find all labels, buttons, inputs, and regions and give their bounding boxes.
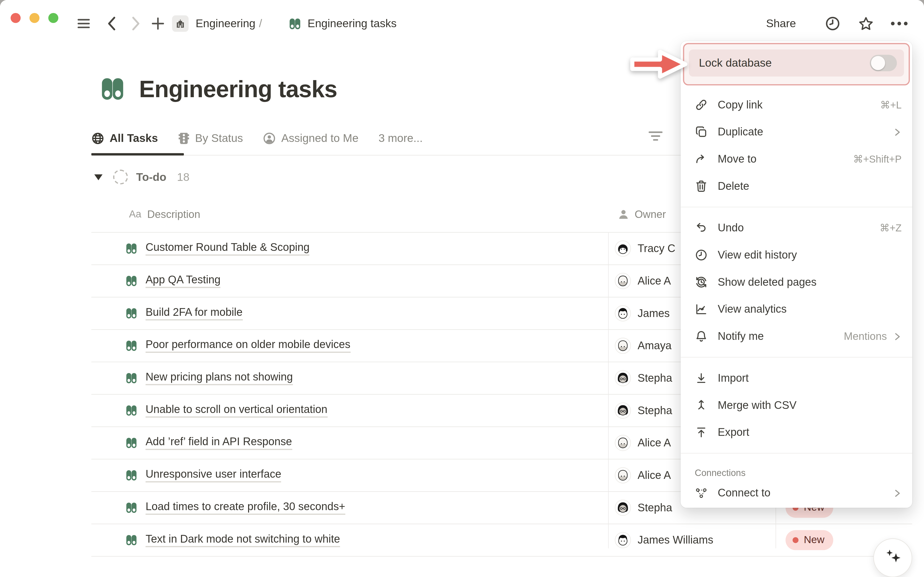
binoculars-icon — [125, 242, 138, 255]
menu-item-move-to[interactable]: Move to⌘+Shift+P — [681, 145, 912, 173]
avatar — [614, 337, 631, 354]
binoculars-icon — [125, 371, 138, 384]
owner-cell[interactable]: Alice A — [614, 459, 671, 491]
menu-item-label: View edit history — [718, 248, 901, 261]
page-title: Engineering tasks — [139, 76, 337, 102]
export-icon — [695, 426, 708, 439]
lock-database-label: Lock database — [699, 56, 870, 69]
menu-item-view-edit-history[interactable]: View edit history — [681, 242, 912, 269]
owner-cell[interactable]: Alice A — [614, 427, 671, 458]
task-cell[interactable]: Build 2FA for mobile — [125, 298, 243, 329]
updates-clock-icon[interactable] — [823, 0, 843, 47]
menu-item-view-analytics[interactable]: View analytics — [681, 296, 912, 323]
forward-icon[interactable] — [127, 0, 144, 47]
ai-sparkle-button[interactable] — [873, 538, 912, 577]
task-title[interactable]: Customer Round Table & Scoping — [145, 241, 310, 256]
notion-app: Engineering / Engineering tasks Share En… — [0, 0, 924, 577]
menu-item-label: Undo — [718, 221, 880, 235]
owner-cell[interactable]: Alice A — [614, 265, 671, 296]
task-title[interactable]: Add ’ref’ field in API Response — [145, 435, 292, 450]
task-title[interactable]: App QA Testing — [145, 273, 221, 288]
sparkle-icon — [881, 546, 905, 569]
menu-item-undo[interactable]: Undo⌘+Z — [681, 214, 912, 242]
menu-item-merge-with-csv[interactable]: Merge with CSV — [681, 392, 912, 419]
menu-item-show-deleted-pages[interactable]: Show deleted pages — [681, 269, 912, 296]
task-title[interactable]: Text in Dark mode not switching to white — [145, 532, 340, 547]
avatar — [614, 370, 631, 386]
owner-cell[interactable]: James Williams — [614, 524, 713, 556]
task-cell[interactable]: Customer Round Table & Scoping — [125, 232, 310, 264]
status-badge[interactable]: New — [785, 530, 833, 550]
avatar — [614, 402, 631, 419]
sidebar-menu-icon[interactable] — [74, 0, 93, 47]
menu-item-connect-to[interactable]: Connect to — [681, 479, 912, 506]
owner-cell[interactable]: Stepha — [614, 395, 672, 426]
task-cell[interactable]: New pricing plans not showing — [125, 362, 293, 393]
task-cell[interactable]: Unresponsive user interface — [125, 459, 281, 491]
menu-item-notify-me[interactable]: Notify meMentions — [681, 323, 912, 350]
task-cell[interactable]: Unable to scroll on vertical orientation — [125, 395, 327, 426]
task-cell[interactable]: Poor performance on older mobile devices — [125, 330, 350, 361]
owner-cell[interactable]: Stepha — [614, 492, 672, 523]
titlebar: Engineering / Engineering tasks Share — [0, 0, 924, 47]
zoom-window-button[interactable] — [48, 13, 58, 23]
workspace-icon-chip[interactable] — [172, 15, 189, 32]
move-to-icon — [695, 153, 708, 166]
back-icon[interactable] — [104, 0, 120, 47]
task-title[interactable]: New pricing plans not showing — [145, 371, 293, 385]
breadcrumb-workspace[interactable]: Engineering — [196, 17, 255, 30]
task-title[interactable]: Build 2FA for mobile — [145, 306, 243, 321]
page-binoculars-icon — [99, 75, 126, 102]
tab-label: All Tasks — [110, 132, 158, 145]
tab-3-more-[interactable]: 3 more... — [379, 132, 423, 145]
connect-icon — [695, 487, 708, 500]
tab-all-tasks[interactable]: All Tasks — [92, 132, 158, 145]
filter-icon[interactable] — [648, 130, 663, 145]
tab-by-status[interactable]: By Status — [178, 132, 243, 145]
avatar — [614, 305, 631, 321]
menu-item-import[interactable]: Import — [681, 364, 912, 392]
status-cell[interactable]: New — [785, 524, 833, 556]
binoculars-icon — [125, 469, 138, 482]
close-window-button[interactable] — [11, 13, 21, 23]
task-cell[interactable]: Load times to create profile, 30 seconds… — [125, 492, 345, 523]
share-button[interactable]: Share — [766, 0, 796, 47]
menu-item-export[interactable]: Export — [681, 419, 912, 446]
task-title[interactable]: Unresponsive user interface — [145, 467, 281, 482]
person-circle-icon — [263, 132, 276, 145]
task-title[interactable]: Load times to create profile, 30 seconds… — [145, 500, 345, 515]
menu-item-label: Delete — [718, 180, 901, 193]
lock-database-toggle[interactable] — [870, 55, 897, 71]
owner-name: Alice A — [638, 436, 671, 449]
group-header-todo[interactable]: To-do 18 — [94, 169, 189, 184]
owner-cell[interactable]: Stepha — [614, 362, 672, 393]
owner-cell[interactable]: Amaya — [614, 330, 672, 361]
clock-icon — [695, 248, 708, 261]
more-options-icon[interactable] — [889, 0, 910, 47]
page-header: Engineering tasks — [99, 75, 337, 102]
new-page-plus-icon[interactable] — [149, 0, 167, 47]
task-title[interactable]: Poor performance on older mobile devices — [145, 338, 350, 353]
binoculars-icon — [288, 17, 302, 30]
column-header-description[interactable]: Aa Description — [129, 201, 200, 227]
lock-database-item[interactable]: Lock database — [689, 50, 904, 77]
tab-assigned-to-me[interactable]: Assigned to Me — [263, 132, 358, 145]
task-title[interactable]: Unable to scroll on vertical orientation — [145, 403, 327, 418]
minimize-window-button[interactable] — [29, 13, 39, 23]
owner-cell[interactable]: James — [614, 298, 670, 329]
collapse-triangle-icon[interactable] — [94, 174, 103, 180]
table-row[interactable]: Text in Dark mode not switching to white… — [92, 524, 912, 557]
owner-cell[interactable]: Tracy C — [614, 232, 675, 264]
favorite-star-icon[interactable] — [856, 0, 876, 47]
menu-items: Copy link⌘+LDuplicateMove to⌘+Shift+PDel… — [681, 85, 912, 506]
menu-item-delete[interactable]: Delete — [681, 173, 912, 200]
breadcrumb-page[interactable]: Engineering tasks — [288, 0, 397, 47]
task-cell[interactable]: Text in Dark mode not switching to white — [125, 524, 340, 556]
menu-item-label: Connect to — [718, 487, 893, 500]
task-cell[interactable]: App QA Testing — [125, 265, 221, 296]
task-cell[interactable]: Add ’ref’ field in API Response — [125, 427, 292, 458]
menu-item-duplicate[interactable]: Duplicate — [681, 118, 912, 145]
column-header-owner[interactable]: Owner — [618, 201, 666, 227]
app-window: Engineering / Engineering tasks Share En… — [0, 0, 924, 577]
menu-item-copy-link[interactable]: Copy link⌘+L — [681, 91, 912, 119]
